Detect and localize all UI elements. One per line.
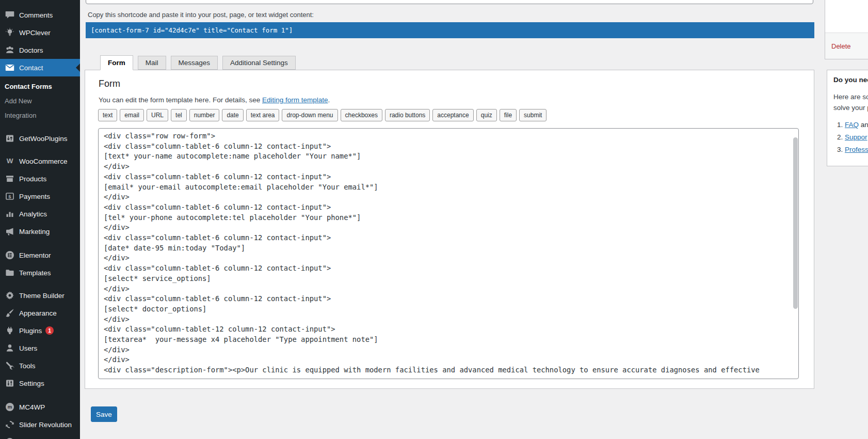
tag-button-text-area[interactable]: text area <box>246 109 280 121</box>
sidebar-item-plugins[interactable]: Plugins1 <box>0 322 80 339</box>
tag-button-number[interactable]: number <box>189 109 220 121</box>
tag-button-text[interactable]: text <box>98 109 117 121</box>
tools-icon <box>5 360 15 371</box>
editor-tabs: FormMailMessagesAdditional Settings <box>100 55 296 70</box>
help-title: Do you nee <box>833 76 868 84</box>
wordpress-admin-contact-form-editor: { "colors":{"accent":"#2271b1","sidebar_… <box>0 0 868 439</box>
tag-button-tel[interactable]: tel <box>171 109 187 121</box>
panel-heading: Form <box>99 79 120 89</box>
sidebar-item-label: Appearance <box>19 309 57 317</box>
help-list-item: Profess <box>845 144 868 156</box>
sidebar-item-slider-revolution[interactable]: Slider Revolution <box>0 416 80 433</box>
sidebar-item-templates[interactable]: Templates <box>0 264 80 281</box>
sidebar-item-contact[interactable]: Contact <box>0 59 80 76</box>
help-link-profess[interactable]: Profess <box>845 146 868 153</box>
sidebar-item-label: Products <box>19 175 46 183</box>
update-count-badge: 1 <box>45 326 54 335</box>
help-metabox: Do you nee Here are sosolve your p FAQ a… <box>827 70 868 166</box>
pages-icon <box>5 0 15 1</box>
help-paragraph: Here are sosolve your p <box>833 91 868 113</box>
status-metabox-footer: Delete <box>825 33 868 59</box>
tab-mail[interactable]: Mail <box>138 56 166 70</box>
help-paragraph-line: Here are so <box>833 93 868 101</box>
sidebar-item-label: Users <box>19 344 37 352</box>
sidebar-item-label: Comments <box>19 11 53 19</box>
tag-button-email[interactable]: email <box>120 109 144 121</box>
sidebar-subitem-contact-forms[interactable]: Contact Forms <box>0 79 80 93</box>
svg-text:W: W <box>7 157 13 165</box>
sidebar-item-marketing[interactable]: Marketing <box>0 223 80 240</box>
help-list-item: Suppor <box>845 131 868 144</box>
tag-button-drop-down-menu[interactable]: drop-down menu <box>282 109 337 121</box>
settings-icon <box>5 378 15 388</box>
tag-button-checkboxes[interactable]: checkboxes <box>341 109 382 121</box>
help-link-suppor[interactable]: Suppor <box>845 133 867 141</box>
panel-description: You can edit the form template here. For… <box>99 96 330 104</box>
woocommerce-icon: W <box>5 156 15 166</box>
tag-button-radio-buttons[interactable]: radio buttons <box>385 109 430 121</box>
plugins-icon <box>5 325 15 336</box>
help-link-faq[interactable]: FAQ <box>845 121 859 129</box>
mc4wp-icon: m <box>5 402 15 412</box>
svg-text:m: m <box>8 404 12 410</box>
svg-text:$: $ <box>8 194 11 199</box>
sidebar-item-label: Elementor <box>19 252 51 259</box>
sidebar-item-analytics[interactable]: Analytics <box>0 205 80 223</box>
tab-messages[interactable]: Messages <box>171 56 218 70</box>
sidebar-item-label: Theme Builder <box>19 292 65 300</box>
tag-button-url[interactable]: URL <box>147 109 168 121</box>
sidebar-item-mc4wp[interactable]: mMC4WP <box>0 398 80 416</box>
shortcode-field[interactable]: [contact-form-7 id="42d4c7e" title="Cont… <box>86 22 814 38</box>
sidebar-item-users[interactable]: Users <box>0 339 80 357</box>
sidebar-item-settings[interactable]: Settings <box>0 374 80 392</box>
payments-icon: $ <box>5 191 15 201</box>
sidebar-subitem-integration[interactable]: Integration <box>0 108 80 122</box>
sidebar-item-getwooplugins[interactable]: GetWooPlugins <box>0 130 80 147</box>
getwooplugins-icon <box>5 133 15 144</box>
tag-button-acceptance[interactable]: acceptance <box>432 109 473 121</box>
tab-form[interactable]: Form <box>100 55 133 70</box>
sidebar-item-products[interactable]: Products <box>0 170 80 187</box>
sidebar-item-comments[interactable]: Comments <box>0 6 80 24</box>
theme-builder-icon <box>5 290 15 301</box>
sidebar-item-label: Contact <box>19 64 43 72</box>
panel-description-suffix: . <box>328 96 330 104</box>
tag-button-submit[interactable]: submit <box>519 109 546 121</box>
status-metabox: Delete <box>825 0 868 59</box>
sidebar-item-partial-circle[interactable] <box>0 433 80 439</box>
form-template-editor[interactable]: <div class="row row-form"> <div class="c… <box>98 128 799 379</box>
save-button[interactable]: Save <box>91 406 117 422</box>
sidebar-item-tools[interactable]: Tools <box>0 357 80 374</box>
form-title-input[interactable] <box>86 0 813 4</box>
contact-icon <box>5 62 15 73</box>
analytics-icon <box>5 209 15 219</box>
sidebar-item-payments[interactable]: $Payments <box>0 187 80 205</box>
sidebar-item-appearance[interactable]: Appearance <box>0 304 80 322</box>
editor-scrollbar-thumb[interactable] <box>793 137 798 309</box>
sidebar-subitem-add-new[interactable]: Add New <box>0 93 80 108</box>
delete-link[interactable]: Delete <box>831 42 851 50</box>
help-paragraph-line: solve your p <box>833 104 868 112</box>
tag-button-file[interactable]: file <box>500 109 517 121</box>
editing-form-template-link[interactable]: Editing form template <box>262 96 328 104</box>
tag-button-quiz[interactable]: quiz <box>476 109 497 121</box>
sidebar-item-label: Payments <box>19 193 50 200</box>
tag-generator-buttons: textemailURLtelnumberdatetext areadrop-d… <box>98 109 546 121</box>
sidebar-item-label: Settings <box>19 380 44 387</box>
sidebar-item-wpclever[interactable]: WPClever <box>0 24 80 41</box>
elementor-icon <box>5 250 15 260</box>
sidebar-item-label: GetWooPlugins <box>19 135 68 143</box>
doctors-icon <box>5 45 15 55</box>
sidebar-item-label: Analytics <box>19 210 47 218</box>
tab-additional-settings[interactable]: Additional Settings <box>222 56 296 70</box>
help-link-after-text: an <box>859 121 868 129</box>
sidebar-item-woocommerce[interactable]: WWooCommerce <box>0 152 80 170</box>
slider-revolution-icon <box>5 419 15 430</box>
sidebar-item-label: Marketing <box>19 228 50 236</box>
sidebar-item-elementor[interactable]: Elementor <box>0 246 80 264</box>
tag-button-date[interactable]: date <box>222 109 243 121</box>
sidebar-item-pages[interactable]: Pages <box>0 0 80 4</box>
sidebar-item-theme-builder[interactable]: Theme Builder <box>0 287 80 304</box>
sidebar-item-doctors[interactable]: Doctors <box>0 41 80 59</box>
sidebar-item-label: WPClever <box>19 29 51 37</box>
